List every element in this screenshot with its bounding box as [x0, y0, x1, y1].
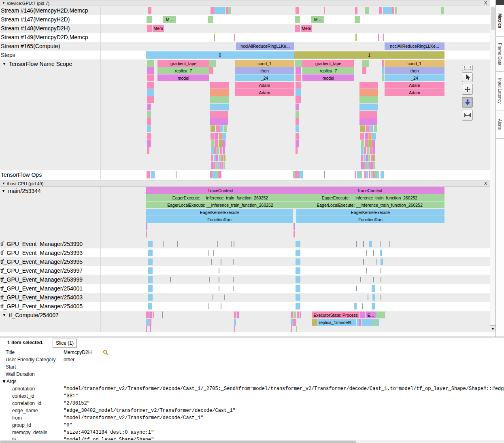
trace-event[interactable]: then [235, 67, 294, 74]
cursor-tool-button[interactable] [462, 72, 473, 82]
trace-tick[interactable] [389, 241, 390, 247]
trace-event[interactable] [366, 125, 370, 132]
trace-event[interactable] [211, 155, 213, 161]
trace-event[interactable] [223, 155, 225, 161]
trace-event[interactable] [219, 162, 221, 169]
trace-event[interactable]: model [302, 74, 354, 81]
trace-event[interactable] [324, 7, 325, 14]
trace-event[interactable] [296, 303, 300, 309]
trace-event[interactable] [146, 231, 147, 237]
trace-event[interactable] [296, 285, 300, 292]
trace-event[interactable] [215, 133, 218, 140]
trace-event[interactable] [147, 25, 152, 32]
trace-event[interactable]: Mem [153, 25, 164, 32]
trace-event[interactable] [296, 82, 301, 89]
trace-tick[interactable] [381, 286, 381, 291]
trace-event[interactable] [146, 319, 149, 326]
label-column-divider[interactable] [100, 187, 101, 332]
trace-event[interactable] [295, 16, 300, 23]
trace-tick[interactable] [150, 326, 151, 332]
trace-event[interactable] [295, 171, 299, 178]
trace-tick[interactable] [233, 259, 234, 265]
trace-event[interactable] [383, 7, 392, 14]
trace-event[interactable] [214, 34, 215, 41]
trace-event[interactable]: EagerKernelExecute [146, 209, 293, 216]
trace-event[interactable] [296, 96, 301, 103]
trace-event[interactable] [222, 133, 226, 140]
trace-event[interactable] [355, 171, 356, 178]
trace-event[interactable] [368, 133, 372, 140]
trace-event[interactable] [359, 111, 377, 118]
trace-event[interactable] [366, 155, 368, 161]
trace-event[interactable] [360, 171, 362, 178]
trace-tick[interactable] [177, 241, 178, 247]
timing-tool-button[interactable] [462, 110, 473, 121]
trace-event[interactable] [148, 241, 153, 247]
collapse-arrow-icon[interactable]: ▼ [2, 313, 6, 317]
trace-event[interactable] [370, 125, 373, 132]
trace-event[interactable]: Adam [385, 89, 444, 96]
tab-alerts[interactable]: Alerts [496, 110, 504, 139]
trace-event[interactable] [361, 147, 364, 154]
trace-event[interactable]: EagerExecute: __inference_train_function… [146, 194, 295, 201]
trace-event[interactable] [372, 147, 375, 154]
trace-event[interactable] [228, 7, 231, 14]
trace-event[interactable] [217, 162, 219, 169]
trace-tick[interactable] [176, 171, 177, 178]
cpu-close-button[interactable]: X [484, 181, 487, 186]
trace-tick[interactable] [373, 277, 374, 282]
trace-event[interactable] [293, 312, 296, 318]
property-label[interactable]: ▼Args [0, 379, 64, 384]
trace-event[interactable] [210, 104, 229, 110]
trace-event[interactable] [372, 285, 375, 292]
trace-event[interactable] [147, 125, 151, 132]
trace-event[interactable] [377, 171, 379, 178]
trace-event[interactable] [213, 162, 215, 169]
trace-event[interactable] [214, 7, 225, 14]
trace-event[interactable] [369, 162, 371, 169]
trace-event[interactable] [151, 171, 155, 178]
trace-event[interactable]: replica_7 [302, 67, 354, 74]
trace-tick[interactable] [208, 250, 209, 256]
trace-event[interactable] [355, 7, 357, 14]
trace-event[interactable] [369, 241, 372, 247]
trace-event[interactable] [371, 155, 373, 161]
trace-event[interactable] [297, 312, 299, 318]
trace-event[interactable] [219, 133, 222, 140]
trace-event[interactable] [368, 155, 370, 161]
trace-event[interactable] [291, 312, 293, 318]
trace-event[interactable] [147, 171, 150, 178]
trace-event[interactable]: cond_1 [235, 60, 294, 67]
trace-event[interactable] [360, 312, 365, 318]
trace-event[interactable] [147, 118, 151, 125]
trace-event[interactable]: M... [163, 16, 176, 23]
trace-event[interactable] [148, 285, 153, 292]
trace-event[interactable] [374, 125, 377, 132]
collapse-arrow-icon[interactable]: ▼ [2, 189, 5, 193]
trace-tick[interactable] [162, 312, 163, 318]
trace-event[interactable] [296, 118, 299, 125]
trace-event[interactable] [234, 312, 236, 318]
trace-event[interactable] [211, 7, 214, 14]
trace-event[interactable] [379, 7, 382, 14]
trace-event[interactable] [369, 171, 370, 178]
trace-event[interactable] [354, 303, 357, 309]
trace-event[interactable] [373, 155, 375, 161]
trace-event[interactable] [367, 162, 369, 169]
trace-event[interactable] [362, 67, 366, 74]
trace-event[interactable] [376, 312, 385, 318]
trace-event[interactable] [296, 259, 300, 265]
trace-tick[interactable] [368, 295, 368, 300]
trace-event[interactable] [234, 319, 236, 326]
trace-event[interactable] [221, 162, 223, 169]
trace-event[interactable] [296, 74, 301, 81]
trace-tick[interactable] [366, 268, 367, 273]
trace-event[interactable] [378, 34, 379, 41]
trace-event[interactable]: 1 [294, 51, 444, 59]
trace-event[interactable] [372, 140, 375, 147]
trace-tick[interactable] [376, 259, 377, 265]
trace-event[interactable]: TraceContext [295, 187, 444, 194]
trace-tick[interactable] [219, 277, 219, 282]
trace-tick[interactable] [381, 277, 381, 282]
pan-tool-button[interactable] [462, 84, 473, 95]
